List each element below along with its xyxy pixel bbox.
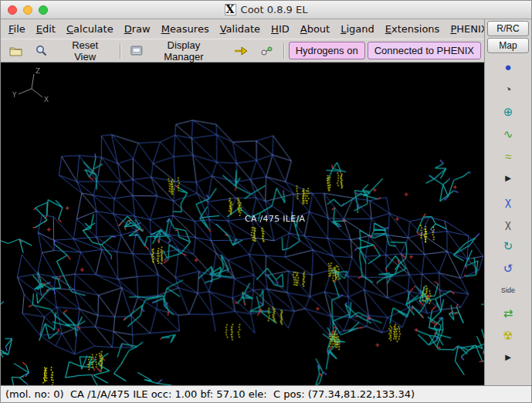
side-chain-180-icon[interactable]: Side: [497, 281, 519, 300]
open-folder-icon: [9, 46, 22, 56]
gl-canvas[interactable]: [1, 63, 484, 385]
map-button[interactable]: Map: [487, 38, 529, 53]
rigid-body-fit-icon[interactable]: ⊕: [497, 102, 519, 120]
menu-item[interactable]: About: [295, 21, 335, 37]
main-area: File Edit Calculate Draw Measures Valida…: [1, 19, 531, 385]
auto-fit-rotamer-icon[interactable]: ☢: [497, 326, 519, 344]
phenix-connection-toggle[interactable]: Connected to PHENIX: [368, 42, 481, 59]
toolbar-separator: [120, 43, 120, 59]
rotate-translate-icon[interactable]: ↻: [497, 236, 519, 255]
toolbar: Reset View Display Manager: [1, 39, 484, 63]
menu-item[interactable]: Draw: [119, 21, 156, 37]
real-space-refine-icon[interactable]: ∿: [497, 124, 519, 143]
status-text: (mol. no: 0) CA /1/A/475 ILE occ: 1.00 b…: [5, 388, 415, 400]
zoom-button[interactable]: [39, 5, 48, 15]
reset-rc-button[interactable]: R/RC: [487, 21, 529, 36]
close-button[interactable]: [8, 5, 17, 15]
open-coordinates-button[interactable]: [4, 42, 28, 59]
menu-item[interactable]: Measures: [156, 21, 215, 37]
title-bar[interactable]: X Coot 0.8.9 EL: [1, 1, 531, 19]
reset-view-button[interactable]: Reset View: [55, 36, 115, 66]
display-manager-icon: [130, 46, 143, 56]
menu-item[interactable]: HID: [266, 21, 295, 37]
window-title: X Coot 0.8.9 EL: [225, 4, 308, 15]
flip-peptide-icon[interactable]: ⇄: [497, 303, 519, 322]
hydrogens-toggle[interactable]: Hydrogens on: [289, 42, 365, 59]
menu-item[interactable]: Validate: [215, 21, 266, 37]
menu-item[interactable]: Calculate: [61, 21, 119, 37]
go-to-ligand-button[interactable]: [256, 42, 279, 59]
window-title-text: Coot 0.8.9 EL: [241, 4, 308, 15]
rotamers-icon[interactable]: ↺: [497, 259, 519, 277]
picked-atom-label: CA /475 ILE/A: [245, 214, 305, 224]
traffic-lights: [8, 5, 48, 15]
expander-icon[interactable]: ▶: [497, 169, 519, 188]
x11-logo-icon: X: [225, 4, 236, 15]
torsion-general-icon[interactable]: χ: [497, 214, 519, 232]
menu-item[interactable]: Ligand: [335, 21, 380, 37]
go-to-atom-icon: [234, 46, 248, 56]
left-column: File Edit Calculate Draw Measures Valida…: [1, 19, 484, 385]
sphere-icon[interactable]: ●: [497, 57, 519, 76]
go-to-ligand-icon: [261, 46, 273, 56]
zoom-icon: [36, 45, 47, 56]
coot-window: X Coot 0.8.9 EL File Edit Calculate Draw…: [0, 0, 532, 403]
toolbar-separator: [283, 43, 284, 59]
display-manager-label: Display Manager: [147, 39, 221, 63]
right-panel: R/RC Map ● ◔ ⊕ ∿ ≈ ▶ χ χ: [484, 19, 531, 385]
regularize-zone-icon[interactable]: ≈: [497, 147, 519, 165]
expander-bottom-icon[interactable]: ▶: [497, 348, 519, 367]
menu-item[interactable]: File: [3, 21, 31, 37]
menu-item[interactable]: Extensions: [380, 21, 446, 37]
molecular-viewport[interactable]: CA /475 ILE/A: [1, 63, 484, 385]
right-icon-strip: ● ◔ ⊕ ∿ ≈ ▶ χ χ ↻ ↺: [485, 57, 531, 385]
reset-view-label: Reset View: [60, 39, 110, 63]
minimize-button[interactable]: [23, 5, 32, 15]
status-bar: (mol. no: 0) CA /1/A/475 ILE occ: 1.00 b…: [1, 385, 531, 402]
go-to-atom-button[interactable]: [229, 43, 253, 59]
zoom-button-toolbar[interactable]: [30, 42, 53, 59]
clock-icon[interactable]: ◔: [497, 80, 519, 98]
edit-chi-angles-icon[interactable]: χ: [497, 191, 519, 210]
menu-item[interactable]: Edit: [31, 21, 61, 37]
display-manager-button[interactable]: Display Manager: [125, 36, 225, 66]
